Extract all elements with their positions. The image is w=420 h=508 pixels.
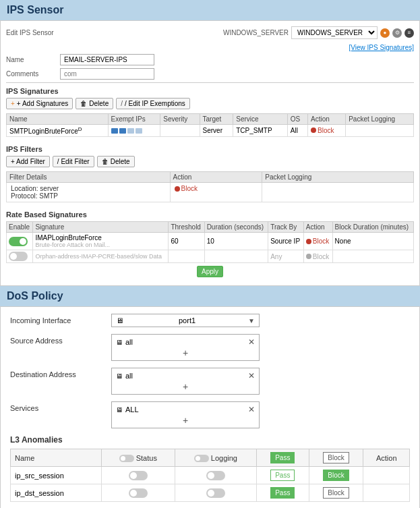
- source-address-label: Source Address: [10, 334, 111, 345]
- filter-row: Location: serverProtocol: SMTP Block: [7, 183, 414, 202]
- rate-col-threshold: Threshold: [169, 222, 204, 233]
- status-toggle-2[interactable]: [129, 488, 148, 498]
- rate-action-1: Block: [303, 233, 332, 250]
- anomaly-row-1: ip_src_session Pass Block: [11, 467, 410, 484]
- toolbar-right: WINDOWS_SERVER WINDOWS_SERVER ● ⚙ ≡: [223, 26, 414, 39]
- source-address-box: 🖥 all ✕ +: [111, 334, 260, 361]
- source-remove-btn[interactable]: ✕: [248, 337, 255, 347]
- anomaly-pass-2: Pass: [257, 484, 309, 502]
- server-select[interactable]: WINDOWS_SERVER: [291, 26, 378, 39]
- toggle-on-1[interactable]: [9, 237, 28, 246]
- rate-enable-1[interactable]: [7, 233, 33, 250]
- incoming-interface-row: Incoming Interface 🖥 port1 ▼: [10, 314, 410, 327]
- logging-toggle-2[interactable]: [206, 488, 225, 498]
- rate-duration-1: 10: [204, 233, 268, 250]
- services-tag-row: 🖥 ALL ✕: [116, 405, 255, 414]
- rate-enable-2[interactable]: [7, 250, 33, 263]
- logging-toggle-1[interactable]: [206, 471, 225, 480]
- signature-row: SMTPLoginBruteForceD Server TCP_SMTP All: [7, 125, 414, 137]
- rate-col-track: Track By: [268, 222, 304, 233]
- incoming-interface-value: port1: [179, 316, 196, 324]
- pass-header-btn[interactable]: Pass: [270, 452, 295, 463]
- sig-service: TCP_SMTP: [233, 125, 288, 137]
- anomaly-logging-2: [175, 484, 256, 502]
- logging-knob-1: [208, 472, 214, 479]
- edit-filter-btn[interactable]: / Edit Filter: [53, 156, 94, 167]
- delete-label: Delete: [89, 100, 109, 107]
- anomaly-name-2: ip_dst_session: [11, 484, 102, 502]
- comments-label: Comments: [6, 70, 60, 78]
- delete-icon: 🗑: [80, 100, 87, 107]
- pass-btn-1[interactable]: Pass: [270, 470, 295, 481]
- menu-icon[interactable]: ≡: [404, 28, 414, 38]
- rate-block-dur-2: [332, 250, 413, 263]
- anomaly-action-1: [363, 467, 410, 484]
- incoming-interface-select[interactable]: 🖥 port1 ▼: [111, 314, 260, 327]
- destination-add-btn[interactable]: +: [116, 382, 255, 391]
- block-header-btn[interactable]: Block: [323, 452, 349, 463]
- source-tag-row: 🖥 all ✕: [116, 337, 255, 347]
- rate-block-dot-2: [306, 254, 311, 259]
- destination-tag-row: 🖥 all ✕: [116, 371, 255, 380]
- view-signatures-link[interactable]: [View IPS Signatures]: [349, 44, 414, 51]
- status-toggle-1[interactable]: [129, 471, 148, 480]
- anomaly-table: Name Status Logging Pass: [10, 449, 410, 502]
- anomaly-block-2: Block: [309, 484, 363, 502]
- apply-button[interactable]: Apply: [197, 266, 223, 277]
- services-add-btn[interactable]: +: [116, 416, 255, 425]
- destination-address-label: Destination Address: [10, 368, 111, 378]
- toggle-off-2[interactable]: [9, 252, 28, 261]
- pass-btn-2[interactable]: Pass: [270, 487, 295, 499]
- block-btn-1[interactable]: Block: [323, 470, 349, 481]
- destination-tag: 🖥 all: [116, 372, 133, 380]
- delete-signatures-btn[interactable]: 🗑 Delete: [76, 98, 113, 109]
- rate-col-enable: Enable: [7, 222, 33, 233]
- col-target: Target: [200, 114, 233, 125]
- block-btn-2[interactable]: Block: [323, 487, 349, 499]
- services-tag-icon: 🖥: [116, 406, 123, 414]
- anomaly-col-name: Name: [11, 449, 102, 467]
- services-remove-btn[interactable]: ✕: [248, 405, 255, 414]
- services-field: 🖥 ALL ✕ +: [111, 401, 410, 428]
- source-tag: 🖥 all: [116, 338, 133, 346]
- services-tag-value: ALL: [125, 405, 139, 414]
- add-filter-btn[interactable]: + Add Filter: [6, 156, 50, 167]
- edit-exemptions-btn[interactable]: / / Edit IP Exemptions: [116, 98, 190, 109]
- rate-threshold-2: [169, 250, 204, 263]
- rate-block-dur-1: None: [332, 233, 413, 250]
- name-row: Name: [6, 54, 414, 65]
- comments-row: Comments: [6, 68, 414, 80]
- port-icon: 🖥: [116, 316, 123, 324]
- filter-col-action: Action: [170, 172, 262, 183]
- anomaly-action-2: [363, 484, 410, 502]
- destination-remove-btn[interactable]: ✕: [248, 371, 255, 380]
- logging-header-toggle[interactable]: [194, 455, 209, 462]
- destination-tag-icon: 🖥: [116, 372, 123, 380]
- incoming-interface-field: 🖥 port1 ▼: [111, 314, 410, 327]
- rate-track-2: Any: [268, 250, 304, 263]
- anomaly-col-logging: Logging: [175, 449, 256, 467]
- anomaly-block-1: Block: [309, 467, 363, 484]
- col-name: Name: [7, 114, 109, 125]
- anomaly-col-pass: Pass: [257, 449, 309, 467]
- settings-icon[interactable]: ⚙: [392, 28, 402, 38]
- filter-col-details: Filter Details: [7, 172, 171, 183]
- add-signatures-btn[interactable]: + + Add Signatures: [6, 98, 73, 109]
- sig-name: SMTPLoginBruteForceD: [7, 125, 109, 137]
- logging-toggle-icon: Logging: [194, 454, 237, 462]
- name-input[interactable]: [60, 54, 154, 65]
- source-add-btn[interactable]: +: [116, 348, 255, 358]
- sig-action: Block: [308, 125, 346, 137]
- col-exempt: Exempt IPs: [108, 114, 160, 125]
- filters-toolbar: + Add Filter / Edit Filter 🗑 Delete: [6, 156, 414, 167]
- rate-table: Enable Signature Threshold Duration (sec…: [6, 221, 414, 263]
- comments-input[interactable]: [60, 68, 154, 80]
- destination-address-field: 🖥 all ✕ +: [111, 368, 410, 395]
- col-severity: Severity: [160, 114, 200, 125]
- status-header-toggle[interactable]: [119, 455, 134, 462]
- delete-filter-btn[interactable]: 🗑 Delete: [97, 156, 135, 167]
- rate-section-title: Rate Based Signatures: [6, 210, 414, 219]
- signatures-section-title: IPS Signatures: [6, 87, 414, 95]
- power-icon[interactable]: ●: [380, 28, 390, 38]
- rate-sig-2: Orphan-address-IMAP-PCRE-based/slow Data: [33, 250, 169, 263]
